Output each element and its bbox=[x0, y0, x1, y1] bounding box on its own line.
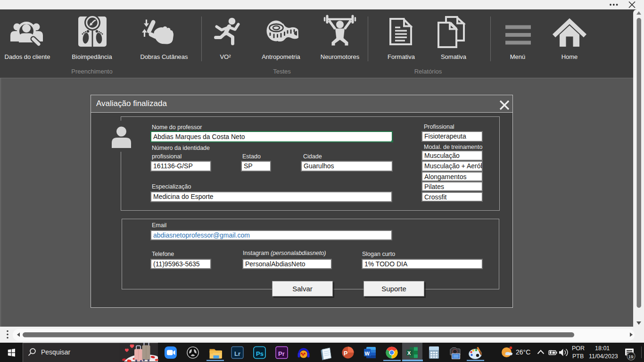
svg-text:19: 19 bbox=[628, 354, 634, 359]
svg-text:Lr: Lr bbox=[234, 350, 240, 357]
svg-text:Pr: Pr bbox=[278, 350, 285, 357]
svg-text:W: W bbox=[365, 351, 370, 356]
svg-text:Ps: Ps bbox=[256, 350, 264, 357]
svg-text:X: X bbox=[407, 350, 411, 356]
svg-text:P: P bbox=[344, 350, 347, 357]
